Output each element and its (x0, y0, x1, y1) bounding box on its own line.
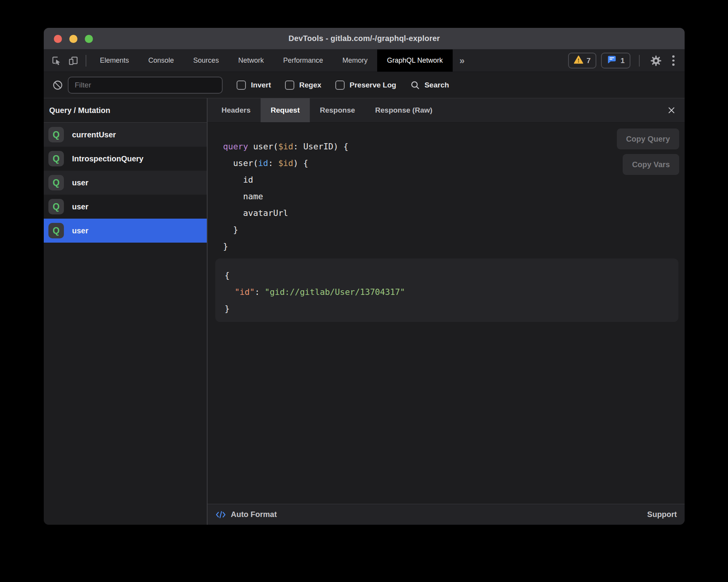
device-toolbar-icon (68, 55, 79, 66)
block-icon (52, 80, 63, 91)
preserve-log-checkbox-group[interactable]: Preserve Log (335, 80, 396, 90)
tab-request[interactable]: Request (261, 98, 310, 122)
tab-sources[interactable]: Sources (184, 50, 228, 72)
toolbar-divider (86, 55, 86, 67)
tab-response[interactable]: Response (310, 98, 365, 122)
query-type-badge: Q (48, 127, 64, 142)
main-area: Query / Mutation Q currentUser Q Introsp… (44, 98, 685, 525)
close-traffic-light-icon[interactable] (54, 35, 62, 43)
close-detail-button[interactable] (661, 98, 682, 122)
request-row-user-1[interactable]: Q user (44, 171, 207, 195)
request-row-user-2[interactable]: Q user (44, 195, 207, 219)
request-query-code: query user($id: UserID) { user(id: $id) … (223, 138, 349, 255)
tab-performance[interactable]: Performance (273, 50, 333, 72)
warning-triangle-icon (574, 55, 583, 66)
invert-checkbox-group[interactable]: Invert (237, 80, 271, 90)
tab-response-raw[interactable]: Response (Raw) (365, 98, 443, 122)
close-x-icon (667, 106, 676, 115)
tab-graphql-network[interactable]: GraphQL Network (377, 50, 452, 72)
query-type-badge: Q (48, 199, 64, 214)
messages-badge[interactable]: 1 (601, 53, 630, 68)
detail-tab-bar: Headers Request Response Response (Raw) (208, 98, 685, 123)
request-row-introspection-query[interactable]: Q IntrospectionQuery (44, 147, 207, 171)
tab-console[interactable]: Console (139, 50, 184, 72)
traffic-lights (54, 28, 93, 50)
request-tab-content: query user($id: UserID) { user(id: $id) … (208, 123, 685, 504)
issues-count: 7 (587, 56, 591, 65)
minimize-traffic-light-icon[interactable] (69, 35, 77, 43)
settings-button[interactable] (648, 55, 664, 67)
main-toolbar: Elements Console Sources Network Perform… (44, 50, 685, 72)
toolbar-divider-2 (639, 55, 640, 67)
search-toggle[interactable]: Search (410, 80, 449, 90)
request-variables-box: { "id": "gid://gitlab/User/13704317"} (215, 258, 678, 322)
request-row-current-user[interactable]: Q currentUser (44, 123, 207, 147)
request-row-user-3-selected[interactable]: Q user (44, 219, 207, 243)
code-brackets-icon (215, 510, 226, 519)
tab-memory[interactable]: Memory (333, 50, 377, 72)
preserve-log-checkbox[interactable] (335, 80, 345, 90)
tab-headers[interactable]: Headers (211, 98, 261, 122)
window-title: DevTools - gitlab.com/-/graphql-explorer (288, 34, 440, 43)
kebab-menu-icon (672, 55, 675, 58)
query-type-badge: Q (48, 223, 64, 238)
query-type-badge: Q (48, 175, 64, 190)
support-link[interactable]: Support (647, 510, 677, 519)
clear-filter-button[interactable] (50, 80, 65, 91)
query-type-badge: Q (48, 151, 64, 166)
devtools-window: DevTools - gitlab.com/-/graphql-explorer… (44, 28, 685, 525)
invert-checkbox[interactable] (237, 80, 246, 90)
main-menu-button[interactable] (668, 55, 678, 66)
filter-input[interactable] (68, 77, 223, 94)
titlebar: DevTools - gitlab.com/-/graphql-explorer (44, 28, 685, 50)
chat-bubble-icon (607, 55, 617, 66)
double-chevron-icon: » (460, 55, 465, 66)
filter-bar: Invert Regex Preserve Log Search (44, 72, 685, 98)
toolbar-right-cluster: 7 1 (568, 50, 685, 72)
issues-badge[interactable]: 7 (568, 53, 597, 68)
detail-footer: Auto Format Support (208, 504, 685, 525)
request-list: Q currentUser Q IntrospectionQuery Q use… (44, 123, 207, 243)
tab-network[interactable]: Network (228, 50, 273, 72)
tab-elements[interactable]: Elements (90, 50, 139, 72)
desktop-background: DevTools - gitlab.com/-/graphql-explorer… (0, 0, 728, 582)
request-variables-code: { "id": "gid://gitlab/User/13704317"} (225, 267, 678, 317)
messages-count: 1 (620, 56, 625, 65)
request-list-header: Query / Mutation (44, 98, 207, 123)
copy-buttons: Copy Query Copy Vars (617, 128, 679, 175)
copy-vars-button[interactable]: Copy Vars (623, 154, 679, 175)
copy-query-button[interactable]: Copy Query (617, 128, 679, 149)
regex-checkbox[interactable] (285, 80, 294, 90)
zoom-traffic-light-icon[interactable] (85, 35, 93, 43)
inspect-element-button[interactable] (48, 50, 65, 72)
more-tabs-button[interactable]: » (453, 50, 472, 72)
regex-checkbox-group[interactable]: Regex (285, 80, 321, 90)
gear-icon (650, 55, 662, 67)
request-detail-panel: Headers Request Response Response (Raw) … (208, 98, 685, 525)
auto-format-button[interactable]: Auto Format (215, 510, 277, 519)
request-list-panel: Query / Mutation Q currentUser Q Introsp… (44, 98, 207, 525)
device-toolbar-button[interactable] (65, 50, 82, 72)
search-icon (410, 80, 420, 90)
inspect-cursor-icon (51, 55, 62, 66)
